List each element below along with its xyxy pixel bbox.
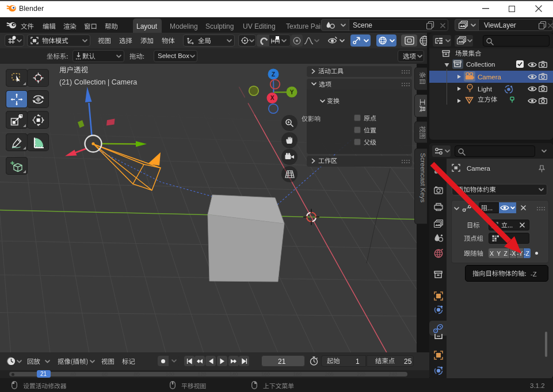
svg-text:X: X	[270, 95, 274, 101]
svg-text:Z: Z	[272, 71, 275, 78]
svg-text:Y: Y	[290, 89, 294, 95]
